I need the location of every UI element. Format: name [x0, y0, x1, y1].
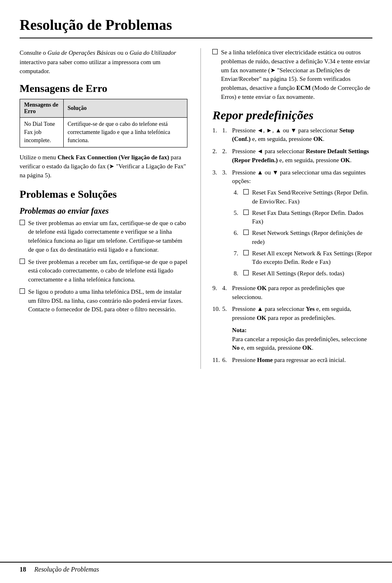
steps-list: 1. Pressione ◄, ►, ▲ ou ▼ para seleccion…	[212, 126, 372, 365]
step-4: 4. Pressione OK para repor as predefiniç…	[212, 284, 372, 302]
checkbox-icon	[212, 49, 218, 54]
list-item: Se tiver problemas ao enviar um fax, cer…	[20, 219, 187, 255]
footer-page-number: 18	[20, 566, 26, 573]
error-cell: No Dial ToneFax job incomplete.	[20, 117, 64, 147]
problemas-solucoes-heading: Problemas e Soluções	[20, 188, 187, 201]
step-text: Pressione ▲ para seleccionar Yes e, em s…	[232, 305, 372, 353]
list-item-text: Se ligou o produto a uma linha telefónic…	[28, 288, 187, 314]
table-row: No Dial ToneFax job incomplete. Certifiq…	[20, 117, 187, 147]
sub-option-text: Reset Fax Data Settings (Repor Defin. Da…	[252, 209, 372, 227]
problemas-enviar-heading: Problemas ao enviar faxes	[20, 206, 187, 216]
left-column: Consulte o Guia de Operações Básicas ou …	[20, 48, 187, 369]
right-column: Se a linha telefónica tiver electricidad…	[200, 48, 372, 369]
step-text: Pressione OK para repor as predefinições…	[232, 284, 372, 302]
sub-option-text: Reset All Settings (Repor defs. todas)	[252, 269, 344, 278]
checkbox-icon	[243, 230, 249, 235]
intro-paragraph: Consulte o Guia de Operações Básicas ou …	[20, 48, 187, 76]
sub-option: Reset Fax Send/Receive Settings (Repor D…	[234, 188, 372, 206]
list-item-text: Se a linha telefónica tiver electricidad…	[221, 48, 372, 102]
step-number: 6.	[222, 356, 230, 365]
sub-option: Reset Network Settings (Repor definições…	[234, 229, 372, 247]
checkbox-icon	[243, 189, 249, 194]
two-column-layout: Consulte o Guia de Operações Básicas ou …	[20, 48, 372, 369]
page-title: Resolução de Problemas	[20, 16, 372, 38]
check-fax-paragraph: Utilize o menu Check Fax Connection (Ver…	[20, 153, 187, 180]
step-2: 2. Pressione ◄ para seleccionar Restore …	[212, 147, 372, 165]
table-header-error: Mensagens deErro	[20, 99, 64, 117]
step-number: 2.	[222, 147, 230, 156]
sub-option: Reset All except Network & Fax Settings …	[234, 249, 372, 267]
step-3: 3. Pressione ▲ ou ▼ para seleccionar uma…	[212, 168, 372, 281]
step-text: Pressione Home para regressar ao ecrã in…	[232, 356, 346, 365]
list-item-text: Se tiver problemas ao enviar um fax, cer…	[28, 219, 187, 255]
list-item: Se a linha telefónica tiver electricidad…	[212, 48, 372, 102]
checkbox-icon	[243, 250, 249, 255]
sub-option-text: Reset Network Settings (Repor definições…	[252, 229, 372, 247]
step-number: 5.	[222, 305, 230, 314]
list-item-text: Se tiver problemas a receber um fax, cer…	[28, 258, 187, 284]
page-footer: 18 Resolução de Problemas	[0, 562, 392, 573]
step-6: 6. Pressione Home para regressar ao ecrã…	[212, 356, 372, 365]
table-header-solution: Solução	[63, 99, 187, 117]
checkbox-icon	[243, 210, 249, 215]
right-intro-list: Se a linha telefónica tiver electricidad…	[212, 48, 372, 102]
step-number: 1.	[222, 126, 230, 135]
error-table: Mensagens deErro Solução No Dial ToneFax…	[20, 99, 187, 148]
checkbox-icon	[20, 220, 25, 225]
step-number: 3.	[222, 168, 230, 177]
checkbox-icon	[243, 270, 249, 275]
step-1: 1. Pressione ◄, ►, ▲ ou ▼ para seleccion…	[212, 126, 372, 144]
sub-option: Reset All Settings (Repor defs. todas)	[234, 269, 372, 278]
step-text: Pressione ◄ para seleccionar Restore Def…	[232, 147, 372, 165]
problems-list: Se tiver problemas ao enviar um fax, cer…	[20, 219, 187, 315]
note-text: Para cancelar a reposição das predefiniç…	[232, 336, 367, 351]
note-label: Nota:	[232, 327, 247, 333]
step-text: Pressione ◄, ►, ▲ ou ▼ para seleccionar …	[232, 126, 372, 144]
sub-options-list: Reset Fax Send/Receive Settings (Repor D…	[234, 188, 372, 278]
mensagens-de-erro-heading: Mensagens de Erro	[20, 83, 187, 95]
list-item: Se tiver problemas a receber um fax, cer…	[20, 258, 187, 284]
step-5: 5. Pressione ▲ para seleccionar Yes e, e…	[212, 305, 372, 353]
note-block: Nota: Para cancelar a reposição das pred…	[232, 326, 372, 353]
step-text: Pressione ▲ ou ▼ para seleccionar uma da…	[232, 168, 372, 281]
solution-cell: Certifique-se de que o cabo do telefone …	[63, 117, 187, 147]
checkbox-icon	[20, 288, 25, 294]
sub-option: Reset Fax Data Settings (Repor Defin. Da…	[234, 209, 372, 227]
footer-title: Resolução de Problemas	[34, 566, 99, 573]
list-item: Se ligou o produto a uma linha telefónic…	[20, 288, 187, 314]
checkbox-icon	[20, 259, 25, 264]
sub-option-text: Reset Fax Send/Receive Settings (Repor D…	[252, 188, 372, 206]
page: Resolução de Problemas Consulte o Guia d…	[0, 0, 392, 583]
repor-heading: Repor predefinições	[212, 108, 372, 122]
sub-option-text: Reset All except Network & Fax Settings …	[252, 249, 372, 267]
step-number: 4.	[222, 284, 230, 293]
